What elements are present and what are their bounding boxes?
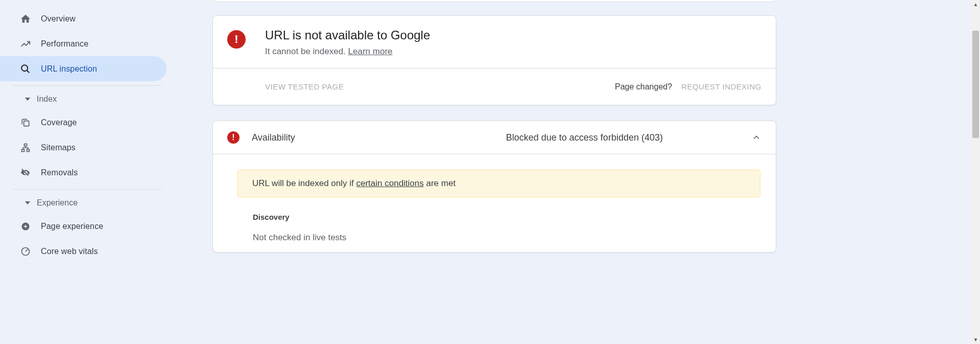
svg-line-1: [27, 70, 30, 73]
card-actions: VIEW TESTED PAGE Page changed? REQUEST I…: [213, 68, 776, 105]
svg-rect-6: [27, 149, 30, 151]
view-tested-page-button[interactable]: VIEW TESTED PAGE: [265, 82, 344, 91]
sidebar-item-removals[interactable]: Removals: [0, 160, 166, 185]
sidebar-section-experience[interactable]: Experience: [12, 189, 162, 214]
chevron-up-icon: [751, 132, 761, 143]
sidebar-item-url-inspection[interactable]: URL inspection: [0, 56, 166, 81]
search-icon: [19, 63, 32, 75]
svg-point-0: [21, 65, 28, 71]
section-label: Experience: [37, 198, 78, 208]
svg-rect-4: [25, 144, 27, 146]
request-indexing-button[interactable]: REQUEST INDEXING: [681, 82, 761, 91]
availability-title: Availability: [252, 132, 295, 143]
sidebar-item-overview[interactable]: Overview: [0, 6, 166, 31]
main-content: ! URL is not available to Google It cann…: [212, 0, 776, 253]
sidebar-item-label: Coverage: [41, 118, 77, 127]
svg-rect-5: [22, 149, 25, 151]
copy-icon: [19, 117, 32, 129]
gauge-icon: [19, 245, 32, 258]
svg-rect-3: [24, 121, 29, 126]
scroll-down-arrow[interactable]: ▼: [971, 335, 980, 344]
sidebar-item-label: Page experience: [41, 222, 103, 231]
sidebar-section-index[interactable]: Index: [12, 85, 162, 110]
scroll-up-arrow[interactable]: ▲: [971, 0, 980, 9]
availability-status: Blocked due to access forbidden (403): [418, 132, 751, 143]
discovery-sub: Not checked in live tests: [253, 233, 760, 243]
error-icon: !: [227, 131, 240, 144]
caret-down-icon: [25, 96, 31, 102]
learn-more-link[interactable]: Learn more: [348, 47, 393, 56]
page-changed-label: Page changed?: [615, 82, 672, 91]
trending-up-icon: [19, 38, 32, 50]
sidebar-item-label: Overview: [41, 14, 76, 24]
sidebar-item-label: Removals: [41, 168, 78, 177]
sidebar-item-sitemaps[interactable]: Sitemaps: [0, 135, 166, 160]
sidebar: Overview Performance URL inspection Inde…: [0, 0, 194, 344]
plus-circle-icon: [19, 220, 32, 233]
sidebar-item-label: Sitemaps: [41, 143, 76, 152]
error-icon: !: [227, 30, 246, 49]
visibility-off-icon: [19, 167, 32, 179]
certain-conditions-link[interactable]: certain conditions: [356, 178, 423, 188]
status-card: ! URL is not available to Google It cann…: [212, 15, 776, 105]
home-icon: [19, 13, 32, 25]
caret-down-icon: [25, 200, 31, 206]
sidebar-item-label: Performance: [41, 39, 88, 49]
sidebar-item-page-experience[interactable]: Page experience: [0, 214, 166, 239]
scroll-thumb[interactable]: [972, 31, 979, 138]
section-label: Index: [37, 95, 57, 104]
status-subtitle: It cannot be indexed. Learn more: [265, 47, 430, 57]
vertical-scrollbar[interactable]: ▲ ▼: [971, 0, 980, 344]
status-title: URL is not available to Google: [265, 28, 430, 42]
sitemap-icon: [19, 142, 32, 154]
sidebar-item-label: Core web vitals: [41, 247, 98, 256]
index-conditions-notice: URL will be indexed only if certain cond…: [237, 170, 760, 197]
availability-header[interactable]: ! Availability Blocked due to access for…: [213, 121, 776, 154]
svg-marker-7: [25, 201, 30, 204]
discovery-block: Discovery Not checked in live tests: [213, 197, 776, 252]
svg-marker-2: [25, 98, 30, 101]
availability-card: ! Availability Blocked due to access for…: [212, 121, 776, 253]
discovery-title: Discovery: [253, 213, 760, 221]
sidebar-item-label: URL inspection: [41, 64, 97, 74]
sidebar-item-performance[interactable]: Performance: [0, 31, 166, 56]
sidebar-item-core-web-vitals[interactable]: Core web vitals: [0, 239, 166, 264]
sidebar-item-coverage[interactable]: Coverage: [0, 110, 166, 135]
